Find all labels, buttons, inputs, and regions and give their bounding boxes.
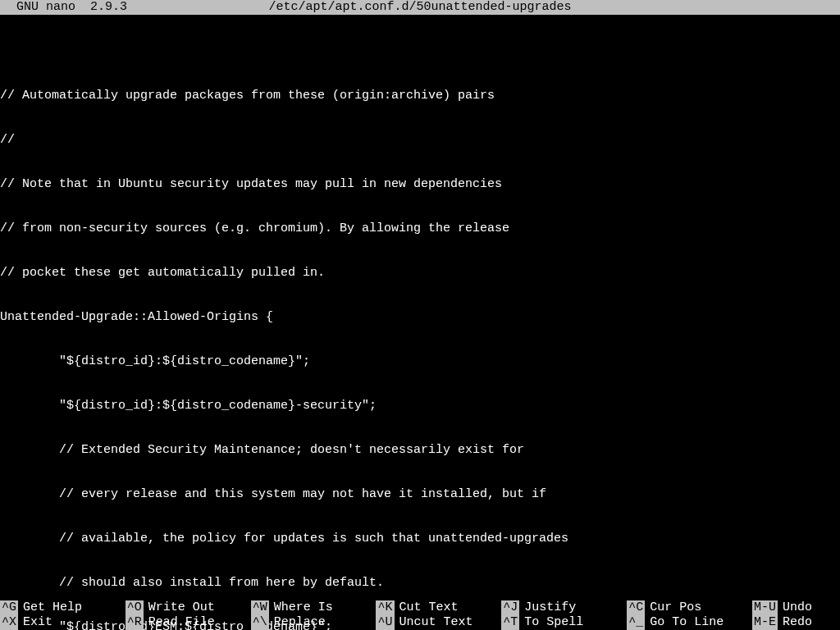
shortcut-label: Go To Line [645, 615, 724, 630]
editor-line: // [0, 133, 840, 148]
shortcut-label: Cur Pos [645, 600, 701, 615]
shortcut-label: Where Is [269, 600, 333, 615]
editor-line [0, 44, 840, 59]
shortcut-label: Replace [269, 615, 326, 630]
editor-line: "${distro_id}:${distro_codename}-securit… [0, 399, 840, 413]
shortcut-label: Get Help [18, 600, 82, 615]
keycap: ^R [126, 615, 144, 630]
keycap: ^X [0, 615, 18, 630]
shortcut-read-file[interactable]: ^RRead File [126, 615, 251, 630]
shortcut-label: Read File [144, 615, 215, 630]
shortcut-label: Justify [519, 600, 576, 615]
shortcut-uncut-text[interactable]: ^UUncut Text [376, 615, 501, 630]
shortcut-label: Cut Text [395, 600, 459, 615]
shortcut-go-to-line[interactable]: ^_Go To Line [627, 615, 752, 630]
shortcut-cut-text[interactable]: ^KCut Text [376, 600, 501, 615]
shortcut-replace[interactable]: ^\Replace [251, 615, 377, 630]
keycap: M-U [752, 600, 778, 615]
shortcut-bar: ^GGet Help ^OWrite Out ^WWhere Is ^KCut … [0, 600, 840, 630]
editor-line: // pocket these get automatically pulled… [0, 266, 840, 281]
editor-line: Unattended-Upgrade::Allowed-Origins { [0, 310, 840, 325]
editor-line: // Extended Security Maintenance; doesn'… [0, 443, 840, 458]
keycap: ^W [251, 600, 269, 615]
shortcut-write-out[interactable]: ^OWrite Out [126, 600, 251, 615]
shortcut-to-spell[interactable]: ^TTo Spell [501, 615, 627, 630]
shortcut-justify[interactable]: ^JJustify [501, 600, 627, 615]
keycap: ^G [0, 600, 18, 615]
keycap: ^U [376, 615, 394, 630]
shortcut-row-2: ^XExit ^RRead File ^\Replace ^UUncut Tex… [0, 615, 840, 630]
shortcut-label: Uncut Text [395, 615, 473, 630]
editor-line: // from non-security sources (e.g. chrom… [0, 221, 840, 236]
editor-content[interactable]: // Automatically upgrade packages from t… [0, 15, 840, 630]
file-path: /etc/apt/apt.conf.d/50unattended-upgrade… [268, 0, 571, 15]
keycap: ^J [501, 600, 519, 615]
shortcut-cur-pos[interactable]: ^CCur Pos [627, 600, 752, 615]
shortcut-where-is[interactable]: ^WWhere Is [251, 600, 377, 615]
editor-line: // Note that in Ubuntu security updates … [0, 177, 840, 192]
shortcut-label: To Spell [519, 615, 583, 630]
shortcut-label: Exit [18, 615, 52, 630]
keycap: ^_ [627, 615, 645, 630]
shortcut-row-1: ^GGet Help ^OWrite Out ^WWhere Is ^KCut … [0, 600, 840, 615]
app-name: GNU nano 2.9.3 [0, 0, 127, 15]
editor-line: // available, the policy for updates is … [0, 532, 840, 546]
shortcut-exit[interactable]: ^XExit [0, 615, 126, 630]
keycap: ^T [501, 615, 519, 630]
editor-line: // every release and this system may not… [0, 487, 840, 502]
shortcut-redo[interactable]: M-ERedo [752, 615, 840, 630]
keycap: M-E [752, 615, 778, 630]
shortcut-undo[interactable]: M-UUndo [752, 600, 840, 615]
shortcut-label: Write Out [144, 600, 215, 615]
editor-line: "${distro_id}:${distro_codename}"; [0, 354, 840, 369]
keycap: ^K [376, 600, 394, 615]
shortcut-label: Undo [778, 600, 812, 615]
keycap: ^\ [251, 615, 269, 630]
shortcut-get-help[interactable]: ^GGet Help [0, 600, 126, 615]
editor-line: // Automatically upgrade packages from t… [0, 89, 840, 103]
keycap: ^O [126, 600, 144, 615]
editor-line: // should also install from here by defa… [0, 576, 840, 591]
shortcut-label: Redo [778, 615, 812, 630]
title-bar: GNU nano 2.9.3 /etc/apt/apt.conf.d/50una… [0, 0, 840, 15]
keycap: ^C [627, 600, 645, 615]
